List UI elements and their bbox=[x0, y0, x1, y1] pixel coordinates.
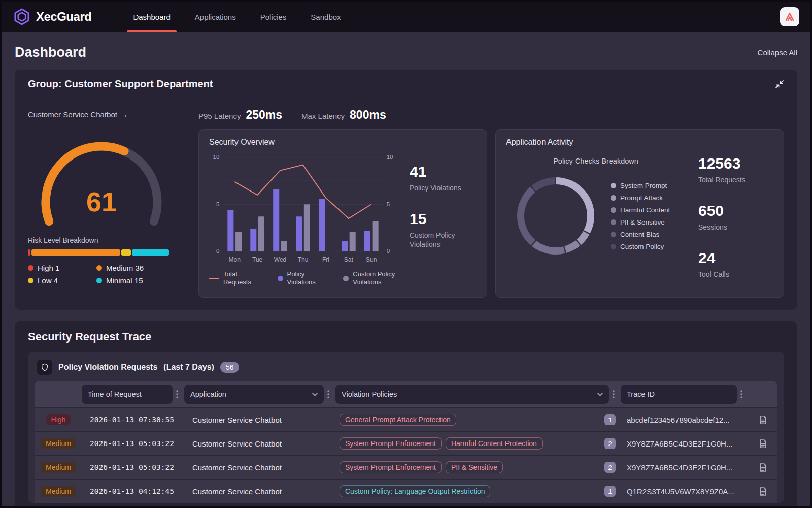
risk-gauge: 61 bbox=[28, 126, 175, 232]
security-overview-stats: 41Policy Violations15Custom Policy Viola… bbox=[399, 150, 477, 291]
header-cell-trace-id: Trace ID bbox=[621, 381, 749, 407]
nav-item-sandbox[interactable]: Sandbox bbox=[298, 2, 353, 32]
legend-dot-icon bbox=[611, 219, 616, 225]
column-menu-icon[interactable] bbox=[740, 390, 742, 398]
legend-dot-icon bbox=[96, 265, 102, 271]
stat-value: 12563 bbox=[698, 156, 773, 171]
severity-badge: Medium bbox=[41, 462, 76, 473]
account-logo-icon bbox=[783, 10, 796, 23]
chart-legend-item: Total Requests bbox=[209, 270, 265, 287]
app-window: XecGuard DashboardApplicationsPoliciesSa… bbox=[2, 2, 810, 506]
policy-chip[interactable]: System Prompt Enforcement bbox=[340, 437, 442, 450]
column-header-label: Trace ID bbox=[627, 390, 731, 398]
security-request-trace-panel: Security Request Trace Policy Violation … bbox=[15, 321, 797, 506]
document-icon[interactable] bbox=[758, 439, 768, 449]
stat-block-aa1: 650Sessions bbox=[698, 203, 773, 232]
policy-chip[interactable]: Custom Policy: Language Output Restricti… bbox=[340, 485, 490, 497]
svg-text:Tue: Tue bbox=[252, 256, 263, 263]
column-menu-icon[interactable] bbox=[613, 390, 615, 398]
column-header-button[interactable]: Time of Request bbox=[82, 385, 173, 404]
policy-violation-requests-card: Policy Violation Requests (Last 7 Days) … bbox=[28, 352, 784, 503]
stat-label: Policy Violations bbox=[410, 183, 477, 193]
group-panel-header: Group: Customer Support Department bbox=[15, 70, 797, 99]
group-panel: Group: Customer Support Department Custo… bbox=[15, 70, 797, 310]
document-icon[interactable] bbox=[758, 415, 768, 425]
column-header-button[interactable]: Application bbox=[184, 385, 324, 404]
column-header-label: Application bbox=[190, 390, 308, 398]
document-icon[interactable] bbox=[758, 487, 768, 496]
chart-legend-item: Custom Policy Violations bbox=[343, 270, 397, 287]
legend-dot-icon bbox=[343, 276, 349, 281]
nav-item-dashboard[interactable]: Dashboard bbox=[121, 2, 182, 32]
collapse-all-button[interactable]: Collapse All bbox=[758, 48, 797, 57]
risk-column: Customer Service Chatbot→ 61 Risk Level … bbox=[28, 106, 188, 298]
policy-chip[interactable]: System Prompt Enforcement bbox=[340, 461, 442, 473]
svg-text:Wed: Wed bbox=[274, 256, 287, 263]
policy-chip[interactable]: PII & Sensitive bbox=[446, 461, 503, 473]
legend-dot-icon bbox=[611, 244, 616, 249]
policy-count-badge: 2 bbox=[604, 462, 616, 473]
page-title: Dashboard bbox=[15, 45, 86, 60]
latency-label: Max Latency bbox=[301, 112, 345, 120]
document-icon[interactable] bbox=[758, 463, 768, 472]
legend-dot-icon bbox=[611, 195, 616, 201]
column-menu-icon[interactable] bbox=[176, 390, 178, 398]
svg-text:Sun: Sun bbox=[366, 256, 377, 263]
application-cell: Customer Service Chatbot bbox=[184, 463, 335, 472]
stat-block-aa0: 12563Total Requests bbox=[698, 156, 773, 184]
column-menu-icon[interactable] bbox=[327, 390, 329, 398]
violation-policies-cell: System Prompt EnforcementPII & Sensitive… bbox=[335, 461, 621, 473]
legend-dot-icon bbox=[611, 232, 616, 237]
policy-violation-requests-header: Policy Violation Requests (Last 7 Days) … bbox=[35, 359, 777, 381]
vertical-divider bbox=[398, 152, 398, 289]
stat-block-so0: 41Policy Violations bbox=[410, 164, 477, 193]
donut-legend-item: Harmful Content bbox=[611, 206, 670, 214]
card-title: Policy Violation Requests bbox=[58, 363, 157, 372]
table-header-row: Time of RequestApplicationViolation Poli… bbox=[35, 381, 777, 407]
screen: XecGuard DashboardApplicationsPoliciesSa… bbox=[0, 0, 812, 508]
application-link[interactable]: Customer Service Chatbot→ bbox=[28, 110, 188, 119]
chevron-down-icon[interactable] bbox=[597, 393, 603, 396]
policy-chip[interactable]: General Prompt Attack Protection bbox=[340, 414, 456, 426]
svg-text:0: 0 bbox=[387, 248, 390, 254]
trace-id-cell: X9Y8Z7A6B5C4D3E2F1G0H... bbox=[621, 463, 749, 472]
application-cell: Customer Service Chatbot bbox=[184, 487, 335, 496]
table-row[interactable]: Medium2026-01-13 05:03:22Customer Servic… bbox=[35, 431, 777, 455]
column-header-button[interactable]: Trace ID bbox=[621, 385, 737, 404]
application-cell: Customer Service Chatbot bbox=[184, 416, 335, 424]
time-cell: 2026-01-13 05:03:22 bbox=[82, 463, 184, 471]
stat-block-aa2: 24Tool Calls bbox=[698, 250, 773, 279]
violation-policies-cell: System Prompt EnforcementHarmful Content… bbox=[335, 437, 621, 450]
latency-value: 250ms bbox=[246, 108, 282, 122]
security-overview-legend: Total RequestsPolicy ViolationsCustom Po… bbox=[209, 270, 397, 287]
stat-label: Tool Calls bbox=[698, 270, 773, 279]
trace-id-cell: Q1R2S3T4U5V6W7X8Y9Z0A... bbox=[621, 487, 749, 496]
latency-label: P95 Latency bbox=[198, 112, 241, 120]
cards-row: Security Overview 10105500MonTueWedThuFr… bbox=[198, 129, 784, 298]
chevron-down-icon[interactable] bbox=[312, 393, 318, 396]
column-header-button[interactable]: Violation Policies bbox=[335, 385, 609, 404]
table-row[interactable]: High2026-01-13 07:30:55Customer Service … bbox=[35, 407, 777, 431]
table-row[interactable]: Medium2026-01-13 04:12:45Customer Servic… bbox=[35, 479, 777, 503]
policy-checks-area: Policy Checks Breakdown System PromptPro… bbox=[506, 148, 686, 289]
application-link-label: Customer Service Chatbot bbox=[28, 110, 117, 119]
severity-cell: Medium bbox=[35, 462, 82, 473]
top-navigation-bar: XecGuard DashboardApplicationsPoliciesSa… bbox=[2, 2, 810, 32]
policy-chip[interactable]: Harmful Content Protection bbox=[446, 437, 543, 450]
header-cell-actions bbox=[749, 381, 777, 407]
latency-stat: P95 Latency250ms bbox=[198, 108, 282, 122]
brand[interactable]: XecGuard bbox=[13, 8, 91, 26]
collapse-panel-icon[interactable] bbox=[775, 80, 784, 89]
nav-item-applications[interactable]: Applications bbox=[183, 2, 248, 32]
risk-legend-item-medium: Medium 36 bbox=[96, 264, 188, 272]
document-cell bbox=[749, 415, 777, 425]
violation-policies-cell: General Prompt Attack Protection1 bbox=[335, 414, 621, 426]
severity-cell: Medium bbox=[35, 486, 82, 497]
nav-item-policies[interactable]: Policies bbox=[248, 2, 299, 32]
account-button[interactable] bbox=[780, 7, 799, 26]
legend-dot-icon bbox=[96, 278, 102, 283]
policy-count-badge: 1 bbox=[604, 486, 616, 497]
stat-label: Sessions bbox=[698, 223, 773, 232]
table-row[interactable]: Medium2026-01-13 05:03:22Customer Servic… bbox=[35, 455, 777, 479]
donut-legend-item: PII & Sensitive bbox=[611, 218, 670, 226]
